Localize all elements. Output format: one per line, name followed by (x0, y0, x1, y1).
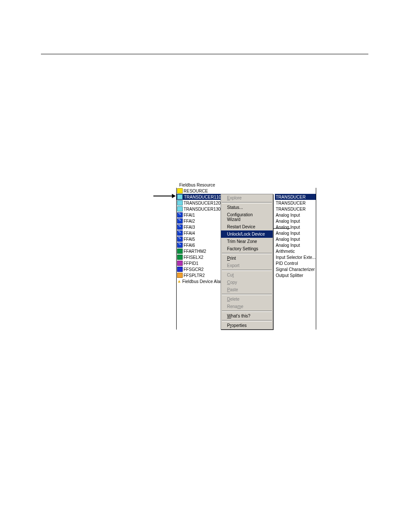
menu-item-what-s-this-[interactable]: What's this? (221, 312, 273, 320)
tree-item-label: FFSGCR2 (184, 267, 204, 272)
tree-item-label: FFAI3 (184, 225, 195, 230)
menu-separator (222, 202, 272, 203)
tree-item-ffai1[interactable]: FFAI1 (177, 212, 221, 218)
cyan-icon (177, 194, 183, 199)
type-item[interactable]: Analog Input (275, 224, 316, 230)
tree-item-transducer1200[interactable]: TRANSDUCER1200 (177, 200, 221, 206)
menu-item-copy: Copy (221, 279, 273, 286)
blue-icon (177, 243, 183, 248)
tree-item-label: FFPID1 (184, 261, 198, 266)
type-item[interactable]: Analog Input (275, 230, 316, 236)
magenta-icon (177, 261, 183, 266)
header-resource: Fieldbus Resource (177, 182, 215, 188)
tree-item-transducer1100[interactable]: TRANSDUCER1100 (177, 194, 221, 200)
tree-item-label: FFISELX2 (184, 255, 203, 260)
tree-item-fieldbus-device-alarms[interactable]: Fieldbus Device Alarms (177, 278, 221, 284)
tree-item-ffpid1[interactable]: FFPID1 (177, 260, 221, 266)
tree-item-transducer1300[interactable]: TRANSDUCER1300 (177, 206, 221, 212)
menu-separator (222, 253, 272, 254)
tree-item-ffai5[interactable]: FFAI5 (177, 236, 221, 242)
tree-item-label: Fieldbus Device Alarms (182, 279, 221, 284)
menu-item-trim-near-zone[interactable]: Trim Near Zone (221, 238, 273, 245)
menu-item-paste: Paste (221, 286, 273, 293)
menu-item-delete: Delete (221, 296, 273, 303)
tree-item-label: TRANSDUCER1200 (184, 201, 221, 205)
type-item[interactable]: Input Selector Exte... (275, 254, 316, 260)
type-column: Fieldbus Resource TRANSDUCERTRANSDUCERTR… (273, 188, 316, 330)
explorer-panel: RESOURCETRANSDUCER1100TRANSDUCER1200TRAN… (176, 188, 316, 330)
tree-item-ffai2[interactable]: FFAI2 (177, 218, 221, 224)
tree-item-label: FFSPLTR2 (184, 273, 205, 278)
blue-icon (177, 218, 183, 224)
menu-item-cut: Cut (221, 271, 273, 279)
tree-item-ffarthm2[interactable]: FFARTHM2 (177, 248, 221, 254)
menu-separator (222, 320, 272, 321)
context-menu[interactable]: ExploreStatus...Configuration WizardRest… (221, 194, 273, 330)
menu-item-export: Export (221, 262, 273, 269)
tree-item-ffai3[interactable]: FFAI3 (177, 224, 221, 230)
menu-item-status-[interactable]: Status... (221, 204, 273, 211)
type-item[interactable]: Analog Input (275, 212, 316, 218)
tree-item-ffai6[interactable]: FFAI6 (177, 242, 221, 248)
menu-item-factory-settings[interactable]: Factory Settings (221, 245, 273, 252)
blue-icon (177, 212, 183, 218)
blue2-icon (177, 267, 183, 272)
green-icon (177, 255, 183, 260)
tree-item-label: FFARTHM2 (184, 249, 206, 254)
header-label: Fieldbus Resource (177, 183, 215, 187)
type-item[interactable]: TRANSDUCER (275, 200, 316, 206)
menu-item-explore: Explore (221, 194, 273, 202)
type-item[interactable]: TRANSDUCER (275, 194, 316, 200)
green-icon (177, 249, 183, 254)
orange-icon (177, 273, 183, 278)
type-item[interactable]: Signal Characterizer (275, 266, 316, 272)
cyan-icon (177, 206, 183, 212)
tree-item-label: FFAI1 (184, 213, 195, 218)
type-item[interactable]: TRANSDUCER (275, 206, 316, 212)
tree-item-label: FFAI6 (184, 243, 195, 248)
yellow-icon (177, 188, 183, 193)
blue-icon (177, 236, 183, 242)
bell-icon (177, 279, 181, 284)
menu-item-properties[interactable]: Properties (221, 322, 273, 329)
menu-separator (222, 311, 272, 312)
type-item[interactable]: Arithmetic (275, 248, 316, 254)
menu-item-configuration-wizard[interactable]: Configuration Wizard (221, 211, 273, 223)
type-item[interactable]: Analog Input (275, 218, 316, 224)
menu-separator (222, 294, 272, 295)
tree-item-label: RESOURCE (184, 189, 208, 193)
underline (273, 228, 290, 229)
tree-item-ffsgcr2[interactable]: FFSGCR2 (177, 266, 221, 272)
menu-item-restart-device[interactable]: Restart Device (221, 223, 273, 230)
blue-icon (177, 230, 183, 236)
type-item[interactable]: PID Control (275, 260, 316, 266)
tree-item-ffiselx2[interactable]: FFISELX2 (177, 254, 221, 260)
menu-item-print[interactable]: Print (221, 255, 273, 262)
tree-item-label: TRANSDUCER1100 (184, 195, 221, 199)
pointer-arrow (153, 194, 176, 198)
tree-item-resource[interactable]: RESOURCE (177, 188, 221, 194)
tree-column: RESOURCETRANSDUCER1100TRANSDUCER1200TRAN… (177, 188, 221, 330)
type-item[interactable]: Output Splitter (275, 272, 316, 278)
blue-icon (177, 224, 183, 230)
tree-item-ffai4[interactable]: FFAI4 (177, 230, 221, 236)
type-item[interactable]: Analog Input (275, 236, 316, 242)
tree-item-ffspltr2[interactable]: FFSPLTR2 (177, 272, 221, 278)
menu-item-rename: Rename (221, 303, 273, 310)
menu-item-unlock-lock-device[interactable]: Unlock/Lock Device (221, 230, 273, 238)
tree-item-label: TRANSDUCER1300 (184, 207, 221, 212)
horizontal-rule (41, 54, 368, 54)
type-item[interactable]: Analog Input (275, 242, 316, 248)
menu-separator (222, 270, 272, 271)
cyan-icon (177, 200, 183, 205)
tree-item-label: FFAI2 (184, 219, 195, 224)
tree-item-label: FFAI5 (184, 237, 195, 242)
tree-item-label: FFAI4 (184, 231, 195, 236)
